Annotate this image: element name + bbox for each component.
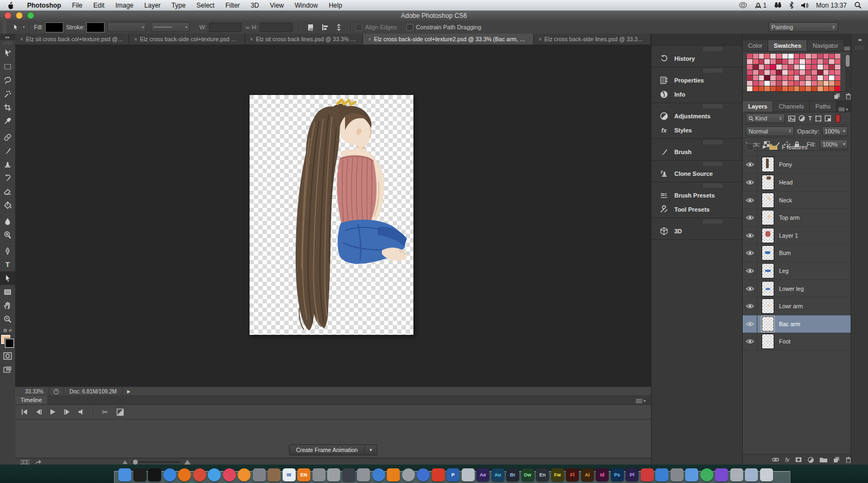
panel-button-history[interactable]: History — [652, 52, 743, 66]
convert-to-frame-animation-icon[interactable] — [21, 460, 29, 465]
dock-icon-painting-app[interactable] — [267, 468, 280, 481]
brush-tool[interactable] — [0, 144, 15, 157]
color-swatch[interactable] — [835, 75, 840, 80]
dock-icon-utility-app[interactable] — [730, 468, 743, 481]
new-layer-icon[interactable] — [833, 457, 840, 463]
color-swatch[interactable] — [806, 75, 811, 80]
color-swatch[interactable] — [829, 59, 834, 64]
color-swatch[interactable] — [764, 75, 770, 80]
eyedropper-tool[interactable] — [0, 114, 15, 128]
new-group-icon[interactable] — [820, 457, 827, 462]
height-input[interactable] — [260, 23, 292, 32]
layer-row-layer-1[interactable]: Layer 1 — [743, 227, 851, 245]
dock-icon-photo-booth[interactable] — [253, 468, 266, 481]
color-swatch[interactable] — [824, 81, 829, 86]
scissors-icon[interactable]: ✂ — [102, 408, 108, 416]
layer-thumbnail[interactable] — [762, 281, 774, 296]
layer-thumbnail[interactable] — [762, 263, 774, 278]
color-swatch[interactable] — [812, 65, 817, 69]
color-swatch[interactable] — [794, 59, 800, 64]
color-swatch[interactable] — [776, 75, 782, 80]
color-swatch[interactable] — [753, 59, 758, 64]
dock-icon-prelude[interactable]: Pl — [626, 468, 639, 481]
swatch-grid[interactable] — [747, 54, 840, 91]
dock-icon-flash[interactable]: Fl — [566, 468, 579, 481]
swatches-scrollbar[interactable] — [845, 54, 850, 91]
dock-icon-photoshop[interactable]: Ps — [611, 468, 624, 481]
color-swatch[interactable] — [800, 54, 805, 59]
color-swatch[interactable] — [800, 59, 805, 64]
menu-filter[interactable]: Filter — [220, 2, 245, 9]
color-swatch[interactable] — [764, 59, 770, 64]
type-tool[interactable]: T — [0, 258, 15, 271]
color-swatch[interactable] — [759, 75, 764, 80]
color-swatch[interactable] — [818, 59, 823, 64]
color-swatch[interactable] — [829, 65, 834, 69]
color-swatch[interactable] — [835, 54, 840, 59]
stroke-width-select[interactable]: ▾ — [107, 22, 146, 32]
dock-icon-ibooks[interactable] — [238, 468, 251, 481]
color-swatch[interactable] — [770, 75, 776, 80]
color-swatch[interactable] — [835, 65, 840, 69]
stroke-color-swatch[interactable] — [87, 23, 104, 32]
previous-frame-button[interactable] — [36, 409, 42, 415]
crop-tool[interactable] — [0, 100, 15, 114]
color-swatch[interactable] — [812, 70, 817, 75]
color-swatch[interactable] — [835, 70, 840, 75]
color-swatch[interactable] — [747, 59, 752, 64]
dock-icon-fireworks[interactable]: Fw — [551, 468, 564, 481]
dock-icon-encore[interactable]: En — [536, 468, 549, 481]
layer-row-bum[interactable]: Bum — [743, 245, 851, 263]
color-swatch[interactable] — [812, 86, 817, 91]
swatches-tab-navigator[interactable]: Navigator — [807, 40, 844, 51]
color-swatch[interactable] — [759, 86, 764, 91]
color-swatch[interactable] — [829, 81, 834, 86]
document-tab-5[interactable]: ×Elz cross back-side lines.psd @ 33.3% (… — [534, 34, 651, 45]
group-gripper[interactable] — [704, 162, 722, 166]
color-swatch[interactable] — [753, 54, 758, 59]
color-swatch[interactable] — [818, 70, 823, 75]
window-title-bar[interactable]: Adobe Photoshop CS6 — [0, 10, 868, 21]
color-swatch[interactable] — [829, 75, 834, 80]
color-swatch[interactable] — [806, 59, 811, 64]
menu-file[interactable]: File — [67, 2, 88, 9]
dock-icon-audition[interactable]: Au — [492, 468, 505, 481]
color-swatch[interactable] — [829, 70, 834, 75]
binoculars-icon[interactable] — [774, 2, 782, 9]
color-swatch[interactable] — [794, 86, 800, 91]
workspace-switcher[interactable]: Painting⇕ — [769, 22, 838, 32]
color-swatch[interactable] — [776, 86, 782, 91]
color-wells[interactable] — [1, 335, 14, 348]
color-swatch[interactable] — [782, 75, 788, 80]
color-swatch[interactable] — [764, 70, 770, 75]
dock-icon-notes-app[interactable] — [462, 468, 475, 481]
link-dimensions-icon[interactable]: ∞ — [246, 24, 250, 30]
group-expand-arrow[interactable]: ▶ — [763, 144, 766, 149]
color-swatch[interactable] — [829, 54, 834, 59]
dock-icon-bridge[interactable]: Br — [506, 468, 519, 481]
color-swatch[interactable] — [782, 81, 788, 86]
dock-icon-purple-app[interactable] — [715, 468, 728, 481]
color-swatch[interactable] — [818, 86, 823, 91]
dock-icon-word[interactable]: W — [283, 468, 296, 481]
color-swatch[interactable] — [782, 59, 788, 64]
clone-stamp-tool[interactable] — [0, 157, 15, 171]
color-swatch[interactable] — [776, 54, 782, 59]
color-swatch[interactable] — [788, 75, 794, 80]
color-swatch[interactable] — [812, 54, 817, 59]
panel-button-brush[interactable]: Brush — [652, 145, 743, 159]
group-gripper[interactable] — [704, 140, 722, 144]
document-tab-4[interactable]: ×Elz cross back-side col+texture2.psd @ … — [363, 34, 533, 45]
color-swatch[interactable] — [794, 75, 800, 80]
layer-thumbnail[interactable] — [762, 228, 774, 243]
canvas-pasteboard[interactable] — [15, 45, 651, 386]
dock-icon-dreamweaver[interactable]: Dw — [521, 468, 534, 481]
dock-icon-red-app[interactable] — [641, 468, 654, 481]
color-swatch[interactable] — [794, 54, 800, 59]
magic-wand-tool[interactable] — [0, 87, 15, 100]
spotlight-icon[interactable] — [854, 2, 861, 9]
layer-visibility-eye-icon[interactable] — [743, 280, 757, 297]
panel-button-clone-source[interactable]: Clone Source — [652, 167, 743, 181]
color-swatch[interactable] — [782, 65, 788, 69]
color-swatch[interactable] — [806, 86, 811, 91]
